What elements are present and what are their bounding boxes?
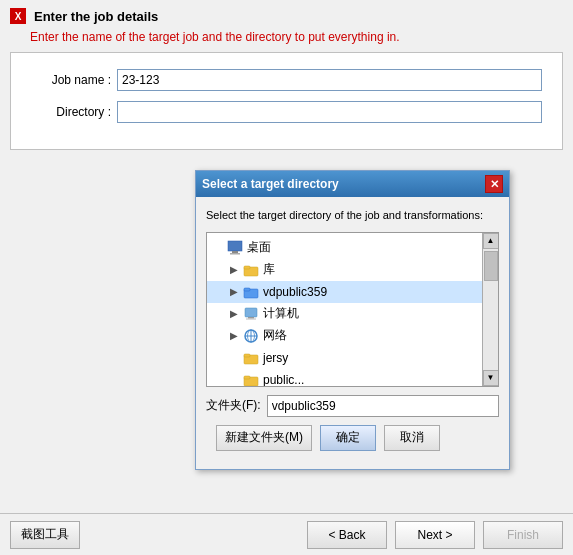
tree-arrow-jersy bbox=[227, 351, 241, 365]
tree-item-library[interactable]: ▶ 库 bbox=[207, 259, 482, 281]
network-icon bbox=[243, 328, 259, 344]
directory-row: Directory : bbox=[11, 101, 562, 123]
tree-label-computer: 计算机 bbox=[263, 305, 299, 322]
scroll-up-button[interactable]: ▲ bbox=[483, 233, 499, 249]
svg-rect-9 bbox=[246, 318, 256, 319]
folder-label: 文件夹(F): bbox=[206, 397, 261, 414]
subtitle: Enter the name of the target job and the… bbox=[0, 28, 573, 52]
tree-item-desktop[interactable]: 桌面 bbox=[207, 237, 482, 259]
folder-public-icon bbox=[243, 372, 259, 386]
dialog-title: Select a target directory bbox=[202, 177, 339, 191]
scroll-thumb[interactable] bbox=[484, 251, 498, 281]
tree-item-vdpublic359[interactable]: ▶ vdpublic359 bbox=[207, 281, 482, 303]
new-folder-button[interactable]: 新建文件夹(M) bbox=[216, 425, 312, 451]
tree-arrow-library: ▶ bbox=[227, 263, 241, 277]
tree-arrow-vdpublic359: ▶ bbox=[227, 285, 241, 299]
screenshot-tool-button[interactable]: 截图工具 bbox=[10, 521, 80, 549]
next-button[interactable]: Next > bbox=[395, 521, 475, 549]
job-name-input[interactable] bbox=[117, 69, 542, 91]
tree-item-public[interactable]: public... bbox=[207, 369, 482, 386]
directory-label: Directory : bbox=[31, 105, 111, 119]
tree-item-jersy[interactable]: jersy bbox=[207, 347, 482, 369]
page-title: Enter the job details bbox=[34, 9, 158, 24]
bottom-left-area: 截图工具 bbox=[10, 521, 80, 549]
job-name-label: Job name : bbox=[31, 73, 111, 87]
confirm-button[interactable]: 确定 bbox=[320, 425, 376, 451]
svg-rect-0 bbox=[228, 241, 242, 251]
folder-input[interactable] bbox=[267, 395, 499, 417]
folder-jersy-icon bbox=[243, 350, 259, 366]
target-directory-dialog: Select a target directory ✕ Select the t… bbox=[195, 170, 510, 470]
svg-rect-17 bbox=[244, 376, 250, 379]
app-icon: X bbox=[10, 8, 26, 24]
bottom-navigation: 截图工具 < Back Next > Finish bbox=[0, 513, 573, 555]
desktop-icon bbox=[227, 240, 243, 256]
svg-rect-4 bbox=[244, 266, 250, 269]
form-area: Job name : Directory : Select a target d… bbox=[10, 52, 563, 150]
dialog-titlebar: Select a target directory ✕ bbox=[196, 171, 509, 197]
svg-rect-6 bbox=[244, 288, 250, 291]
dialog-actions: 新建文件夹(M) 确定 取消 bbox=[206, 417, 499, 459]
tree-arrow-network: ▶ bbox=[227, 329, 241, 343]
tree-label-vdpublic359: vdpublic359 bbox=[263, 285, 327, 299]
tree-arrow-public bbox=[227, 373, 241, 386]
tree-arrow-desktop bbox=[211, 241, 225, 255]
finish-button[interactable]: Finish bbox=[483, 521, 563, 549]
svg-rect-2 bbox=[230, 253, 240, 255]
folder-vdpublic-icon bbox=[243, 284, 259, 300]
scroll-down-button[interactable]: ▼ bbox=[483, 370, 499, 386]
folder-row: 文件夹(F): bbox=[206, 395, 499, 417]
bottom-right-area: < Back Next > Finish bbox=[307, 521, 563, 549]
directory-tree[interactable]: 桌面 ▶ 库 ▶ bbox=[206, 232, 499, 387]
tree-label-public: public... bbox=[263, 373, 304, 386]
folder-library-icon bbox=[243, 262, 259, 278]
dialog-close-button[interactable]: ✕ bbox=[485, 175, 503, 193]
tree-label-desktop: 桌面 bbox=[247, 239, 271, 256]
svg-rect-7 bbox=[245, 308, 257, 317]
tree-label-network: 网络 bbox=[263, 327, 287, 344]
svg-rect-15 bbox=[244, 354, 250, 357]
cancel-button[interactable]: 取消 bbox=[384, 425, 440, 451]
computer-icon bbox=[243, 306, 259, 322]
tree-label-library: 库 bbox=[263, 261, 275, 278]
tree-arrow-computer: ▶ bbox=[227, 307, 241, 321]
tree-label-jersy: jersy bbox=[263, 351, 288, 365]
directory-input[interactable] bbox=[117, 101, 542, 123]
tree-scrollbar[interactable]: ▲ ▼ bbox=[482, 233, 498, 386]
dialog-body: Select the target directory of the job a… bbox=[196, 197, 509, 469]
svg-rect-8 bbox=[248, 317, 254, 319]
svg-rect-1 bbox=[232, 251, 238, 253]
tree-item-computer[interactable]: ▶ 计算机 bbox=[207, 303, 482, 325]
tree-item-network[interactable]: ▶ 网络 bbox=[207, 325, 482, 347]
back-button[interactable]: < Back bbox=[307, 521, 387, 549]
dialog-description: Select the target directory of the job a… bbox=[206, 207, 499, 224]
job-name-row: Job name : bbox=[11, 69, 562, 91]
tree-content: 桌面 ▶ 库 ▶ bbox=[207, 233, 482, 386]
